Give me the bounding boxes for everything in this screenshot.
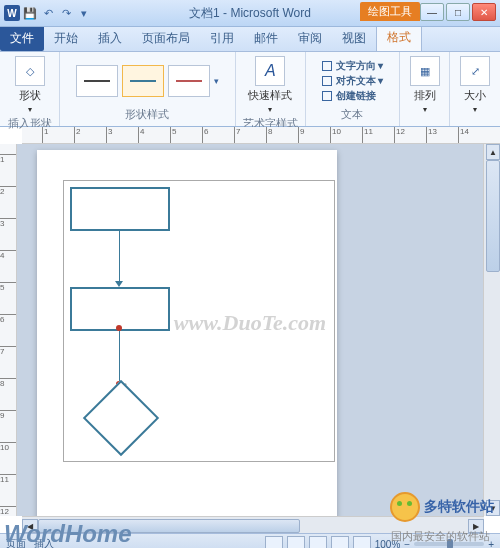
arrange-icon: ▦: [410, 56, 440, 86]
horizontal-ruler[interactable]: 1234567891011121314: [22, 127, 500, 144]
size-icon: ⤢: [460, 56, 490, 86]
wordart-icon: A: [255, 56, 285, 86]
text-direction-button[interactable]: 文字方向 ▾: [322, 59, 384, 73]
view-draft-button[interactable]: [353, 536, 371, 548]
undo-icon[interactable]: ↶: [40, 5, 56, 21]
tab-references[interactable]: 引用: [200, 26, 244, 51]
group-size: ⤢ 大小 ▾: [450, 52, 500, 126]
tab-layout[interactable]: 页面布局: [132, 26, 200, 51]
group-label-text: 文本: [341, 107, 363, 124]
tab-view[interactable]: 视图: [332, 26, 376, 51]
shapes-icon: ◇: [15, 56, 45, 86]
qat-more-icon[interactable]: ▾: [76, 5, 92, 21]
shape-style-3[interactable]: [168, 65, 210, 97]
foot-note-text: 国内最安全的软件站: [391, 529, 490, 544]
tab-home[interactable]: 开始: [44, 26, 88, 51]
contextual-tab-label: 绘图工具: [360, 2, 420, 21]
arrange-button[interactable]: ▦ 排列 ▾: [406, 54, 444, 116]
chevron-down-icon: ▾: [473, 105, 477, 114]
shapes-label: 形状: [19, 88, 41, 103]
redo-icon[interactable]: ↷: [58, 5, 74, 21]
flowchart-process-1[interactable]: [70, 187, 170, 231]
chevron-down-icon: ▾: [423, 105, 427, 114]
title-bar: W 💾 ↶ ↷ ▾ 文档1 - Microsoft Word 绘图工具 — □ …: [0, 0, 500, 27]
create-link-button[interactable]: 创建链接: [322, 89, 384, 103]
document-area: 123456789101112 ↖ www.DuoTe.com ▲ ▼: [0, 144, 500, 516]
chevron-down-icon: ▾: [268, 105, 272, 114]
ribbon-tabs: 文件 开始 插入 页面布局 引用 邮件 审阅 视图 格式: [0, 27, 500, 52]
vertical-ruler[interactable]: 123456789101112: [0, 144, 17, 516]
flowchart-decision[interactable]: [83, 380, 159, 456]
vertical-scrollbar[interactable]: ▲ ▼: [483, 144, 500, 516]
tab-format[interactable]: 格式: [376, 24, 422, 51]
quick-styles-button[interactable]: A 快速样式 ▾: [244, 54, 296, 116]
group-label-shape-styles: 形状样式: [125, 107, 169, 124]
shape-style-1[interactable]: [76, 65, 118, 97]
bottom-brand-text: WordHome: [4, 520, 132, 548]
shape-style-2[interactable]: [122, 65, 164, 97]
align-text-button[interactable]: 对齐文本 ▾: [322, 74, 384, 88]
size-button[interactable]: ⤢ 大小 ▾: [456, 54, 494, 116]
shapes-button[interactable]: ◇ 形状 ▾: [11, 54, 49, 116]
group-shape-styles: ▾ 形状样式: [60, 52, 235, 126]
side-brand-badge: 多特软件站: [390, 492, 494, 522]
quick-styles-label: 快速样式: [248, 88, 292, 103]
view-print-layout-button[interactable]: [265, 536, 283, 548]
window-title: 文档1 - Microsoft Word: [189, 5, 311, 22]
tab-review[interactable]: 审阅: [288, 26, 332, 51]
view-fullscreen-button[interactable]: [287, 536, 305, 548]
view-outline-button[interactable]: [331, 536, 349, 548]
save-icon[interactable]: 💾: [22, 5, 38, 21]
tab-file[interactable]: 文件: [0, 26, 44, 51]
maximize-button[interactable]: □: [446, 3, 470, 21]
window-controls: — □ ✕: [420, 3, 496, 21]
quick-access-toolbar: W 💾 ↶ ↷ ▾: [0, 5, 92, 21]
arrange-label: 排列: [414, 88, 436, 103]
view-web-button[interactable]: [309, 536, 327, 548]
flowchart-connector-2[interactable]: [119, 331, 120, 383]
side-brand-text: 多特软件站: [424, 498, 494, 516]
watermark-text: www.DuoTe.com: [174, 310, 326, 336]
page-viewport[interactable]: ↖ www.DuoTe.com: [17, 144, 483, 516]
scroll-thumb[interactable]: [486, 160, 500, 272]
gallery-more-icon[interactable]: ▾: [214, 76, 219, 86]
group-arrange: ▦ 排列 ▾: [400, 52, 451, 126]
size-label: 大小: [464, 88, 486, 103]
word-app-icon[interactable]: W: [4, 5, 20, 21]
flowchart-connector-1[interactable]: [119, 229, 120, 283]
ribbon: ◇ 形状 ▾ 插入形状 ▾ 形状样式 A 快速样式 ▾ 艺术字样式 文字方: [0, 52, 500, 127]
scroll-up-button[interactable]: ▲: [486, 144, 500, 160]
mascot-icon: [390, 492, 420, 522]
chevron-down-icon: ▾: [28, 105, 32, 114]
group-wordart-styles: A 快速样式 ▾ 艺术字样式: [236, 52, 306, 126]
tab-mailings[interactable]: 邮件: [244, 26, 288, 51]
group-text: 文字方向 ▾ 对齐文本 ▾ 创建链接 文本: [306, 52, 400, 126]
minimize-button[interactable]: —: [420, 3, 444, 21]
close-button[interactable]: ✕: [472, 3, 496, 21]
group-insert-shapes: ◇ 形状 ▾ 插入形状: [0, 52, 60, 126]
tab-insert[interactable]: 插入: [88, 26, 132, 51]
